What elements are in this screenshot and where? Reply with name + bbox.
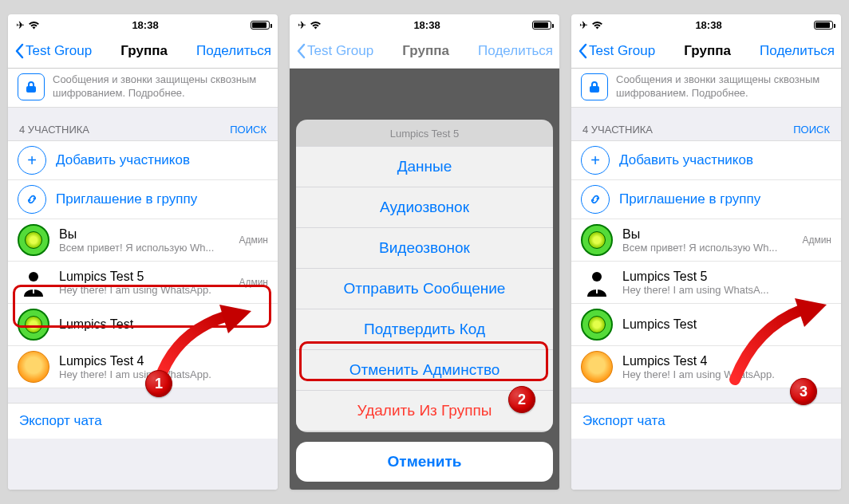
nav-bar: Test Group Группа Поделиться	[8, 33, 278, 69]
sheet-item-dismiss-admin[interactable]: Отменить Админство	[296, 349, 553, 390]
encryption-text: Сообщения и звонки защищены сквозным шиф…	[616, 73, 831, 100]
action-sheet: Lumpics Test 5 Данные Аудиозвонок Видеоз…	[296, 120, 553, 432]
back-label: Test Group	[589, 43, 655, 59]
nav-bar-dimmed: Test Group Группа Поделиться	[290, 33, 559, 69]
member-name: Lumpics Test 5	[59, 270, 229, 284]
avatar-lumpics5	[581, 266, 613, 298]
svg-rect-7	[596, 288, 598, 293]
members-list: + Добавить участников Приглашение в груп…	[8, 140, 278, 388]
status-bar: ✈ 18:38	[290, 14, 559, 33]
members-list: + Добавить участников Приглашение в груп…	[571, 140, 841, 388]
svg-point-2	[29, 272, 38, 282]
member-status: Hey there! I am using WhatsA...	[622, 284, 831, 296]
content-area: Сообщения и звонки защищены сквозным шиф…	[571, 69, 841, 490]
invite-link-label: Приглашение в группу	[56, 191, 197, 207]
svg-rect-4	[590, 86, 599, 93]
step-badge-3: 3	[790, 378, 817, 405]
plus-icon: +	[581, 146, 610, 175]
sheet-item-verify-code[interactable]: Подтвердить Код	[296, 309, 553, 349]
encryption-row[interactable]: Сообщения и звонки защищены сквозным шиф…	[571, 69, 841, 108]
link-icon	[18, 185, 46, 214]
share-button[interactable]: Поделиться	[196, 43, 271, 59]
members-section-header: 4 УЧАСТНИКА ПОИСК	[571, 108, 841, 140]
svg-point-6	[592, 272, 602, 282]
export-chat-row[interactable]: Экспорт чата	[571, 403, 841, 439]
plus-icon: +	[18, 146, 46, 175]
sheet-item-info[interactable]: Данные	[296, 146, 553, 187]
add-members-label: Добавить участников	[56, 152, 190, 168]
phone-screen-2: ✈ 18:38 Test Group Группа Поделиться Lum…	[290, 14, 559, 490]
sheet-cancel-button[interactable]: Отменить	[296, 442, 553, 482]
invite-link-row[interactable]: Приглашение в группу	[571, 180, 841, 219]
airplane-mode-icon: ✈	[298, 19, 306, 31]
search-link[interactable]: ПОИСК	[230, 124, 267, 136]
battery-icon	[814, 21, 833, 30]
encryption-row[interactable]: Сообщения и звонки защищены сквозным шиф…	[8, 69, 278, 108]
member-status: Всем привет! Я использую Wh...	[59, 242, 229, 254]
sheet-item-send-message[interactable]: Отправить Сообщение	[296, 268, 553, 309]
member-row-lumpics5[interactable]: Lumpics Test 5 Hey there! I am using Wha…	[8, 262, 278, 304]
wifi-icon	[310, 21, 322, 30]
sheet-item-audio-call[interactable]: Аудиозвонок	[296, 187, 553, 227]
lock-icon	[581, 73, 608, 100]
invite-link-label: Приглашение в группу	[619, 191, 760, 207]
member-name: Lumpics Test	[59, 317, 268, 332]
back-button[interactable]: Test Group	[14, 43, 92, 59]
member-name: Lumpics Test 4	[59, 354, 268, 368]
export-chat-label: Экспорт чата	[582, 413, 665, 428]
member-count-label: 4 УЧАСТНИКА	[582, 124, 653, 136]
member-row-you[interactable]: Вы Всем привет! Я использую Wh... Админ	[571, 219, 841, 262]
wifi-icon	[591, 21, 603, 30]
admin-badge: Админ	[239, 234, 268, 246]
avatar-you	[18, 224, 49, 256]
invite-link-row[interactable]: Приглашение в группу	[8, 180, 278, 219]
battery-icon	[532, 21, 551, 30]
member-name: Вы	[622, 227, 792, 242]
nav-bar: Test Group Группа Поделиться	[571, 33, 841, 69]
member-name: Lumpics Test 4	[622, 354, 831, 368]
member-status: Hey there! I am using WhatsApp.	[59, 284, 229, 296]
admin-badge: Админ	[239, 277, 268, 288]
wifi-icon	[28, 21, 40, 30]
nav-title: Группа	[684, 43, 731, 59]
member-status: Всем привет! Я использую Wh...	[622, 242, 792, 254]
back-button[interactable]: Test Group	[578, 43, 655, 59]
link-icon	[581, 185, 610, 214]
step-badge-1: 1	[145, 370, 172, 397]
nav-title: Группа	[120, 43, 168, 59]
add-members-row[interactable]: + Добавить участников	[571, 141, 841, 180]
phone-screen-1: ✈ 18:38 Test Group Группа Поделиться Соо…	[8, 14, 278, 490]
member-row-lumpics4[interactable]: Lumpics Test 4 Hey there! I am using Wha…	[8, 346, 278, 388]
svg-rect-0	[26, 86, 36, 93]
member-name: Lumpics Test 5	[622, 270, 831, 284]
search-link[interactable]: ПОИСК	[793, 124, 830, 136]
export-chat-row[interactable]: Экспорт чата	[8, 403, 278, 439]
encryption-text: Сообщения и звонки защищены сквозным шиф…	[53, 73, 268, 100]
member-name: Вы	[59, 227, 229, 242]
member-row-lumpics[interactable]: Lumpics Test	[571, 304, 841, 346]
avatar-you	[581, 224, 613, 256]
avatar-lumpics4	[18, 351, 49, 383]
battery-icon	[251, 21, 270, 30]
status-bar: ✈ 18:38	[571, 14, 841, 33]
add-members-label: Добавить участников	[619, 152, 753, 168]
clock: 18:38	[413, 19, 440, 31]
export-chat-label: Экспорт чата	[19, 413, 102, 428]
member-name: Lumpics Test	[622, 317, 831, 332]
avatar-lumpics	[18, 309, 49, 341]
status-bar: ✈ 18:38	[8, 14, 278, 33]
sheet-item-video-call[interactable]: Видеозвонок	[296, 227, 553, 268]
avatar-lumpics4	[581, 351, 613, 383]
share-button[interactable]: Поделиться	[760, 43, 835, 59]
member-count-label: 4 УЧАСТНИКА	[19, 124, 89, 136]
member-row-you[interactable]: Вы Всем привет! Я использую Wh... Админ	[8, 219, 278, 262]
phone-screen-3: ✈ 18:38 Test Group Группа Поделиться Соо…	[571, 14, 841, 490]
content-area: Сообщения и звонки защищены сквозным шиф…	[8, 69, 278, 490]
member-row-lumpics5[interactable]: Lumpics Test 5 Hey there! I am using Wha…	[571, 262, 841, 304]
add-members-row[interactable]: + Добавить участников	[8, 141, 278, 180]
avatar-lumpics	[581, 309, 613, 341]
avatar-lumpics5	[18, 266, 49, 298]
content-area: Lumpics Test 5 Данные Аудиозвонок Видеоз…	[290, 69, 559, 490]
member-row-lumpics[interactable]: Lumpics Test	[8, 304, 278, 346]
svg-rect-3	[33, 288, 34, 293]
